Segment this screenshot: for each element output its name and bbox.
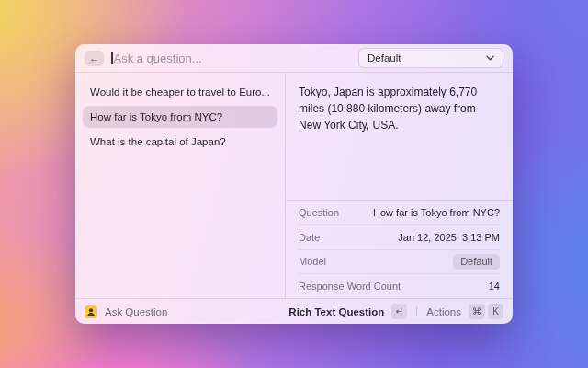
ask-question-app-icon — [85, 305, 97, 318]
model-badge: Default — [453, 254, 500, 270]
metadata-label: Question — [299, 207, 339, 218]
action-bar: Ask Question Rich Text Question ↵ Action… — [75, 298, 513, 324]
metadata-value: Jan 12, 2025, 3:13 PM — [398, 232, 500, 243]
metadata-value: 14 — [489, 281, 500, 292]
footer-divider — [416, 306, 417, 316]
k-key[interactable]: K — [488, 304, 503, 319]
primary-action-label[interactable]: Rich Text Question — [288, 306, 384, 317]
metadata-label: Response Word Count — [299, 281, 401, 292]
metadata-row-word-count: Response Word Count 14 — [299, 273, 500, 298]
app-label: Ask Question — [105, 306, 167, 317]
question-list-item[interactable]: Would it be cheaper to travel to Euro... — [83, 81, 277, 103]
response-text: Tokyo, Japan is approximately 6,770 mile… — [286, 73, 513, 200]
text-cursor — [111, 52, 113, 64]
command-key-icon[interactable]: ⌘ — [469, 304, 485, 319]
ask-question-window: ← Ask a question... Default Would it be … — [75, 44, 513, 324]
metadata-row-model: Model Default — [299, 249, 500, 274]
metadata-label: Date — [299, 232, 320, 243]
metadata-row-question: Question How far is Tokyo from NYC? — [299, 201, 500, 224]
actions-menu-label[interactable]: Actions — [426, 306, 461, 317]
model-dropdown-value: Default — [368, 52, 401, 63]
search-header: ← Ask a question... Default — [75, 44, 513, 73]
question-list-item-selected[interactable]: How far is Tokyo from NYC? — [83, 106, 277, 128]
return-key-icon[interactable]: ↵ — [391, 304, 407, 319]
content-area: Would it be cheaper to travel to Euro...… — [75, 73, 513, 298]
actions-shortcut: ⌘ K — [469, 304, 503, 319]
detail-panel: Tokyo, Japan is approximately 6,770 mile… — [286, 73, 513, 298]
arrow-left-icon: ← — [89, 52, 99, 63]
metadata-value: How far is Tokyo from NYC? — [373, 207, 500, 218]
metadata-label: Model — [299, 256, 326, 267]
question-search-input[interactable]: Ask a question... — [111, 52, 351, 65]
question-list-item[interactable]: What is the capital of Japan? — [83, 131, 277, 153]
model-dropdown[interactable]: Default — [358, 48, 503, 68]
question-list: Would it be cheaper to travel to Euro...… — [75, 73, 286, 298]
chevron-down-icon — [486, 55, 494, 61]
metadata-section: Question How far is Tokyo from NYC? Date… — [286, 200, 513, 298]
search-placeholder: Ask a question... — [114, 52, 202, 65]
metadata-row-date: Date Jan 12, 2025, 3:13 PM — [299, 224, 500, 249]
back-button[interactable]: ← — [85, 51, 104, 66]
